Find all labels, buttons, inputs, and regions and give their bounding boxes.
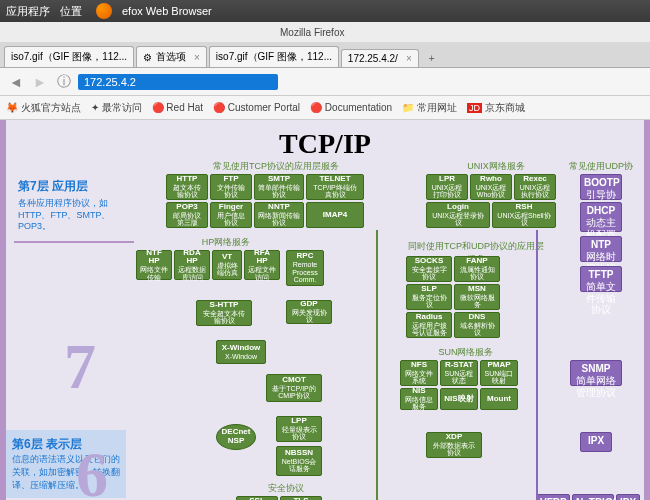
firefox-icon[interactable]: [96, 3, 112, 19]
box-rfahp: RFA HP远程文件访问: [244, 250, 280, 280]
box-rdahp: RDA HP远程数据库访问: [174, 250, 210, 280]
box-socks: SOCKS安全套接字协议: [406, 256, 452, 282]
box-lpr: LPRUNIX远程打印协议: [426, 174, 468, 200]
tab-iso7-1[interactable]: iso7.gif（GIF 图像，112...×: [4, 46, 134, 67]
bookmark-frequent[interactable]: ✦ 最常访问: [91, 101, 142, 115]
box-slp: SLP服务定位协议: [406, 284, 452, 310]
layer-7: 第7层 应用层 各种应用程序协议，如HTTP、FTP、SMTP、POP3。: [14, 170, 134, 243]
box-telnet: TELNETTCP/IP终端仿真协议: [306, 174, 364, 200]
box-mount: Mount: [480, 388, 518, 410]
box-login: LoginUNIX远程登录协议: [426, 202, 490, 228]
connector-line: [376, 230, 378, 500]
section-sun: SUN网络服务: [406, 346, 526, 359]
bookmark-huohu[interactable]: 🦊 火狐官方站点: [6, 101, 81, 115]
box-nntp: NNTP网络新闻传输协议: [254, 202, 304, 228]
box-ipx: IPX: [580, 432, 612, 452]
box-xwindow: X-WindowX-Window: [216, 340, 266, 364]
box-dns: DNS域名解析协议: [454, 312, 500, 338]
desktop-menubar: 应用程序 位置 efox Web Browser: [0, 0, 650, 22]
big-number-6: 6: [76, 438, 108, 500]
places-menu[interactable]: 位置: [60, 4, 82, 19]
box-finger: Finger用户信息协议: [210, 202, 252, 228]
box-ntfhp: NTF HP网络文件传输: [136, 250, 172, 280]
box-smtp: SMTP简单邮件传输协议: [254, 174, 304, 200]
tab-label: iso7.gif（GIF 图像，112...: [216, 50, 332, 64]
box-radius: Radius远程用户拨号认证服务: [406, 312, 452, 338]
box-shttp: S-HTTP安全超文本传输协议: [196, 300, 252, 326]
box-ntp: NTP网络时间协议: [580, 236, 622, 262]
tab-preferences[interactable]: ⚙ 首选项×: [136, 46, 207, 67]
box-cmot: CMOT基于TCP/IP的CMIP协议: [266, 374, 322, 402]
app-menu[interactable]: 应用程序: [6, 4, 50, 19]
box-msn: MSN微软网络服务: [454, 284, 500, 310]
section-tcp-apps: 常见使用TCP协议的应用层服务: [196, 160, 356, 173]
tab-label: 首选项: [156, 50, 186, 64]
bookmark-redhat[interactable]: 🔴 Red Hat: [152, 102, 203, 113]
tab-iso7-2[interactable]: iso7.gif（GIF 图像，112...×: [209, 46, 339, 67]
box-imap4: IMAP4: [306, 202, 364, 228]
box-snmp: SNMP简单网络管理协议: [570, 360, 622, 386]
tcpip-diagram: TCP/IP 第7层 应用层 各种应用程序协议，如HTTP、FTP、SMTP、P…: [0, 120, 650, 500]
box-nism: NIS映射: [440, 388, 478, 410]
box-pmap: PMAPSUN端口映射: [480, 360, 518, 386]
box-rsh: RSHUNIX远程Shell协议: [492, 202, 556, 228]
box-dhcp: DHCP动态主机配置协议: [580, 202, 622, 232]
diagram-title: TCP/IP: [6, 120, 644, 164]
box-tftp: TFTP简单文件传输协议: [580, 266, 622, 292]
box-fanp: FANP流属性通知协议: [454, 256, 500, 282]
bookmarks-toolbar: 🦊 火狐官方站点 ✦ 最常访问 🔴 Red Hat 🔴 Customer Por…: [0, 96, 650, 120]
box-xdp: XDP外部数据表示协议: [426, 432, 482, 458]
close-icon[interactable]: ×: [194, 52, 200, 63]
tab-bar: iso7.gif（GIF 图像，112...× ⚙ 首选项× iso7.gif（…: [0, 42, 650, 68]
box-nfs: NFS网络文件系统: [400, 360, 438, 386]
bookmark-jd[interactable]: JD 京东商城: [467, 101, 525, 115]
bookmark-docs[interactable]: 🔴 Documentation: [310, 102, 392, 113]
tab-ip[interactable]: 172.25.4.2/×: [341, 49, 419, 67]
box-decnet: DECnet NSP: [216, 424, 256, 450]
protocol-boxes: 常见使用TCP协议的应用层服务 UNIX网络服务 常见使用UDP协议的服务 HT…: [136, 160, 638, 500]
box-rstat: R-STATSUN远程状态: [440, 360, 478, 386]
section-sec: 安全协议: [246, 482, 326, 495]
box-netrpc: NeTBIOS: [572, 494, 614, 500]
back-button[interactable]: ◄: [6, 72, 26, 92]
bookmark-common[interactable]: 📁 常用网址: [402, 101, 457, 115]
close-icon[interactable]: ×: [406, 53, 412, 64]
box-tls: TLS传输层安全协议: [280, 496, 322, 500]
layer-6: 第6层 表示层 信息的语法语义以及它们的关联，如加密解密、转换翻译、压缩解压缩。: [6, 430, 126, 498]
box-lpp: LPP轻量级表示协议: [276, 416, 322, 442]
box-nbssn: NBSSNNetBIOS会话服务: [276, 446, 322, 476]
box-ftp: FTP文件传输协议: [210, 174, 252, 200]
box-bootp: BOOTP引导协议: [580, 174, 622, 200]
tab-label: 172.25.4.2/: [348, 53, 398, 64]
box-pop3: POP3邮局协议第三版: [166, 202, 208, 228]
box-ssl: SSL安全套接字层协议: [236, 496, 278, 500]
info-icon[interactable]: ⓘ: [54, 72, 74, 92]
browser-subtitle: efox Web Browser: [122, 5, 212, 17]
window-title: Mozilla Firefox: [280, 27, 344, 38]
section-unix: UNIX网络服务: [446, 160, 546, 173]
forward-button[interactable]: ►: [30, 72, 50, 92]
box-http: HTTP超文本传输协议: [166, 174, 208, 200]
new-tab-button[interactable]: +: [421, 50, 443, 67]
box-rpc: RPCRemote Process Comm.: [286, 250, 324, 286]
tab-label: iso7.gif（GIF 图像，112...: [11, 50, 127, 64]
box-rexec: RexecUNIX远程执行协议: [514, 174, 556, 200]
box-vfrp: VFRP: [536, 494, 570, 500]
box-nis: NIS网络信息服务: [400, 388, 438, 410]
url-bar[interactable]: 172.25.4.2: [78, 74, 278, 90]
page-content: TCP/IP 第7层 应用层 各种应用程序协议，如HTTP、FTP、SMTP、P…: [0, 120, 650, 500]
big-number-7: 7: [64, 330, 96, 404]
layer-desc: 各种应用程序协议，如HTTP、FTP、SMTP、POP3。: [18, 198, 130, 233]
box-rwho: RwhoUNIX远程Who协议: [470, 174, 512, 200]
box-vt: VT虚拟终端仿真: [212, 250, 242, 280]
box-ipx2: IPX: [616, 494, 640, 500]
nav-toolbar: ◄ ► ⓘ 172.25.4.2: [0, 68, 650, 96]
window-titlebar: Mozilla Firefox: [0, 22, 650, 42]
connector-line: [536, 230, 538, 500]
bookmark-customer[interactable]: 🔴 Customer Portal: [213, 102, 300, 113]
box-gdp: GDP网关发现协议: [286, 300, 332, 324]
layer-name: 第7层 应用层: [18, 178, 130, 195]
osi-layers-column: 第7层 应用层 各种应用程序协议，如HTTP、FTP、SMTP、POP3。: [14, 170, 134, 243]
